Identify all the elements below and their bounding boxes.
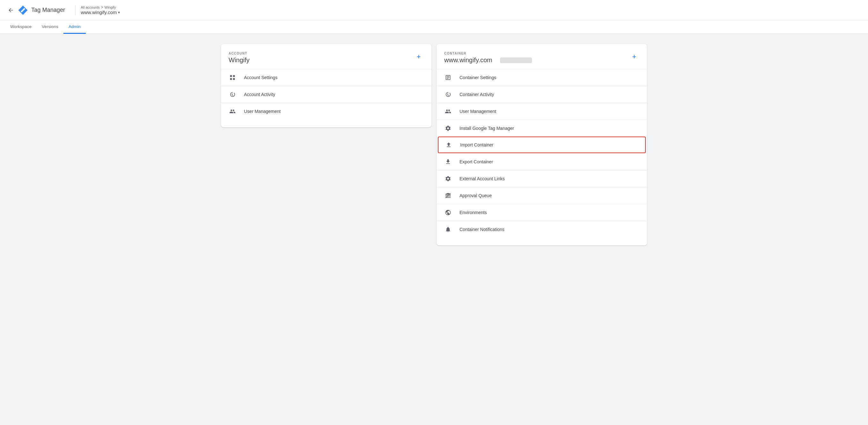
grid-icon [229, 74, 236, 81]
app-title: Tag Manager [31, 7, 65, 13]
bell-icon [444, 225, 452, 233]
breadcrumb: All accounts > Wingify www.wingify.com ▾ [81, 5, 120, 15]
import-container-item[interactable]: Import Container [438, 136, 646, 153]
account-panel: ACCOUNT Wingify + Account Settings Accou… [221, 44, 431, 127]
account-section-label: ACCOUNT [229, 52, 250, 55]
app-logo: Tag Manager [18, 5, 65, 15]
breadcrumb-parent: All accounts > Wingify [81, 5, 120, 9]
container-name: www.wingify.com [444, 57, 492, 64]
container-panel-header: CONTAINER www.wingify.com + [437, 52, 647, 69]
account-name: Wingify [229, 57, 250, 64]
account-add-button[interactable]: + [413, 52, 424, 62]
account-user-management-item[interactable]: User Management [221, 103, 431, 120]
container-settings-icon [444, 74, 452, 81]
people-icon [229, 108, 236, 115]
account-settings-label: Account Settings [244, 75, 277, 80]
history-icon [229, 91, 236, 98]
gtm-logo-icon [18, 5, 28, 15]
topbar: Tag Manager All accounts > Wingify www.w… [0, 0, 868, 21]
approval-queue-item[interactable]: Approval Queue [437, 187, 647, 204]
external-account-links-label: External Account Links [460, 176, 505, 181]
tab-workspace[interactable]: Workspace [5, 21, 37, 34]
container-panel: CONTAINER www.wingify.com + Container Se… [437, 44, 647, 245]
container-people-icon [444, 108, 452, 115]
back-button[interactable] [5, 4, 17, 16]
container-header-row: www.wingify.com [444, 57, 532, 64]
tab-admin[interactable]: Admin [63, 21, 86, 34]
container-activity-item[interactable]: Container Activity [437, 86, 647, 103]
container-user-management-item[interactable]: User Management [437, 103, 647, 120]
import-container-label: Import Container [460, 142, 493, 147]
approval-queue-label: Approval Queue [460, 193, 492, 198]
external-gear-icon [444, 175, 452, 183]
container-settings-item[interactable]: Container Settings [437, 69, 647, 86]
globe-icon [444, 209, 452, 216]
topbar-divider [75, 5, 75, 15]
container-add-button[interactable]: + [629, 52, 639, 62]
container-history-icon [444, 91, 452, 98]
container-notifications-label: Container Notifications [460, 227, 504, 232]
account-panel-titles: ACCOUNT Wingify [229, 52, 250, 64]
chevron-down-icon: ▾ [118, 10, 120, 15]
account-settings-item[interactable]: Account Settings [221, 69, 431, 86]
main-content: ACCOUNT Wingify + Account Settings Accou… [0, 34, 868, 421]
account-user-management-label: User Management [244, 109, 281, 114]
breadcrumb-current[interactable]: www.wingify.com ▾ [81, 9, 120, 15]
export-container-item[interactable]: Export Container [437, 153, 647, 170]
nav-tabs: Workspace Versions Admin [0, 21, 868, 34]
container-id-badge [500, 57, 532, 63]
install-gtm-item[interactable]: Install Google Tag Manager [437, 120, 647, 136]
download-icon [444, 158, 452, 165]
account-activity-item[interactable]: Account Activity [221, 86, 431, 103]
install-gtm-label: Install Google Tag Manager [460, 126, 514, 131]
upload-icon [445, 141, 453, 149]
container-settings-label: Container Settings [460, 75, 496, 80]
external-account-links-item[interactable]: External Account Links [437, 170, 647, 187]
account-panel-header: ACCOUNT Wingify + [221, 52, 431, 69]
container-panel-titles: CONTAINER www.wingify.com [444, 52, 532, 64]
environments-label: Environments [460, 210, 487, 215]
container-notifications-item[interactable]: Container Notifications [437, 221, 647, 238]
container-activity-label: Container Activity [460, 92, 494, 97]
container-section-label: CONTAINER [444, 52, 532, 55]
no-image-icon [444, 192, 452, 200]
account-activity-label: Account Activity [244, 92, 275, 97]
tab-versions[interactable]: Versions [37, 21, 63, 34]
environments-item[interactable]: Environments [437, 204, 647, 221]
gear-icon [444, 124, 452, 132]
export-container-label: Export Container [460, 159, 493, 164]
container-user-management-label: User Management [460, 109, 496, 114]
